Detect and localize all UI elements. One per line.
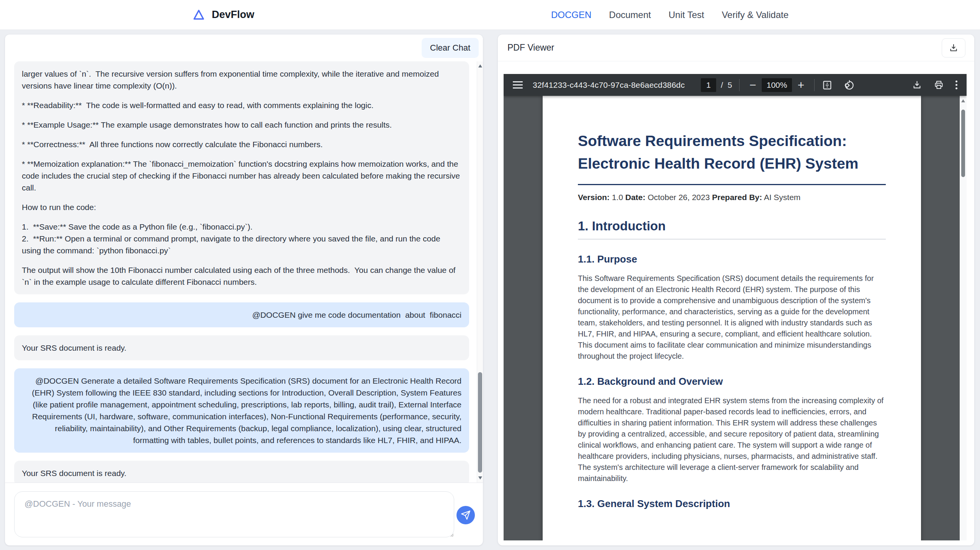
document-title: Software Requirements Specification: Ele… — [578, 130, 886, 185]
page-number-input[interactable]: 1 — [701, 78, 716, 92]
kebab-menu-icon — [955, 79, 957, 91]
meta-prepared-label: Prepared By: — [712, 193, 762, 202]
page-separator: / — [721, 80, 723, 90]
scroll-up-arrow-icon[interactable] — [961, 99, 965, 102]
pdf-viewer-panel: PDF Viewer 32f41233-c443-4c70-97ca-8e6ae… — [498, 34, 974, 545]
scroll-up-arrow-icon[interactable] — [478, 64, 482, 67]
pdf-scrollbar-thumb[interactable] — [961, 110, 965, 177]
zoom-in-button[interactable]: + — [794, 79, 807, 91]
pdf-more-button[interactable] — [955, 79, 957, 91]
nav-item-verify-validate[interactable]: Verify & Validate — [722, 10, 789, 20]
download-pdf-button[interactable] — [942, 38, 965, 57]
subsection-body: This Software Requirements Specification… — [578, 273, 886, 362]
scroll-down-arrow-icon[interactable] — [478, 476, 482, 479]
message-input[interactable] — [14, 491, 454, 537]
send-button[interactable] — [456, 506, 475, 524]
printer-icon — [934, 80, 944, 90]
clear-chat-button[interactable]: Clear Chat — [422, 38, 479, 58]
nav-item-unit-test[interactable]: Unit Test — [669, 10, 704, 20]
message-paragraph: larger values of `n`. The recursive vers… — [22, 68, 461, 92]
message-paragraph: @DOCGEN give me code documentation about… — [22, 309, 461, 321]
chat-scrollbar[interactable] — [477, 61, 483, 483]
pdf-toolbar: 32f41233-c443-4c70-97ca-8e6aecd386dc 1 /… — [504, 74, 967, 96]
message-paragraph: * **Correctness:** All three functions n… — [22, 138, 461, 150]
top-navbar: DevFlow DOCGEN Document Unit Test Verify… — [0, 0, 980, 30]
pdf-menu-button[interactable] — [513, 79, 523, 90]
fit-page-icon — [821, 79, 833, 91]
subsection-heading: 1.3. General System Description — [578, 498, 886, 510]
triangle-logo-icon — [191, 8, 206, 22]
toolbar-divider — [814, 79, 815, 91]
user-message: @DOCGEN Generate a detailed Software Req… — [14, 368, 469, 453]
pdf-page: Software Requirements Specification: Ele… — [543, 96, 921, 540]
subsection-body: The need for a robust and integrated EHR… — [578, 395, 886, 484]
pdf-scroll-area[interactable]: Software Requirements Specification: Ele… — [504, 96, 967, 540]
message-paragraph: Your SRS document is ready. — [22, 342, 461, 354]
rotate-button[interactable] — [843, 79, 854, 91]
subsection-heading: 1.2. Background and Overview — [578, 376, 886, 387]
message-paragraph: The output will show the 10th Fibonacci … — [22, 264, 461, 288]
app-logo[interactable]: DevFlow — [191, 8, 254, 22]
chat-messages-list: larger values of `n`. The recursive vers… — [5, 61, 483, 483]
fit-page-button[interactable] — [821, 79, 833, 91]
subsection-heading: 1.1. Purpose — [578, 253, 886, 265]
section-heading: 1. Introduction — [578, 219, 886, 240]
paper-plane-icon — [461, 510, 471, 520]
download-icon — [912, 80, 922, 90]
message-paragraph: * **Readability:** The code is well-form… — [22, 99, 461, 111]
rotate-icon — [843, 79, 854, 91]
pdf-filename: 32f41233-c443-4c70-97ca-8e6aecd386dc — [533, 80, 685, 90]
meta-date-label: Date: — [625, 193, 646, 202]
zoom-out-button[interactable]: − — [746, 79, 759, 91]
zoom-level[interactable]: 100% — [762, 78, 792, 92]
download-icon — [949, 43, 959, 53]
pdf-panel-title: PDF Viewer — [507, 43, 554, 53]
message-paragraph: * **Memoization explanation:** The `fibo… — [22, 158, 461, 194]
meta-version: 1.0 — [612, 193, 623, 202]
meta-prepared-by: AI System — [764, 193, 801, 202]
pdf-scrollbar[interactable] — [960, 96, 967, 540]
page-count: 5 — [728, 80, 732, 90]
user-message: @DOCGEN give me code documentation about… — [14, 302, 469, 327]
document-meta: Version: 1.0 Date: October 26, 2023 Prep… — [578, 193, 886, 202]
pdf-panel-header: PDF Viewer — [498, 34, 974, 61]
app-logo-text: DevFlow — [212, 9, 254, 21]
assistant-message: larger values of `n`. The recursive vers… — [14, 61, 469, 294]
chat-header: Clear Chat — [5, 34, 483, 61]
meta-version-label: Version: — [578, 193, 610, 202]
message-paragraph: * **Example Usage:** The example usage d… — [22, 119, 461, 131]
chat-input-area — [5, 483, 483, 545]
nav-item-document[interactable]: Document — [609, 10, 651, 20]
pdf-embed: 32f41233-c443-4c70-97ca-8e6aecd386dc 1 /… — [504, 74, 967, 540]
message-paragraph: How to run the code: — [22, 201, 461, 213]
toolbar-divider — [739, 79, 739, 91]
page-controls: 1 / 5 — [701, 78, 732, 92]
pdf-download-button[interactable] — [912, 80, 922, 90]
message-paragraph: 1. **Save:** Save the code as a Python f… — [22, 221, 461, 256]
assistant-message: Your SRS document is ready. — [14, 335, 469, 360]
hamburger-icon — [513, 79, 523, 90]
message-paragraph: Your SRS document is ready. — [22, 467, 461, 479]
pdf-print-button[interactable] — [934, 80, 944, 90]
nav-links: DOCGEN Document Unit Test Verify & Valid… — [551, 10, 789, 20]
message-paragraph: @DOCGEN Generate a detailed Software Req… — [22, 375, 461, 446]
chat-scrollbar-thumb[interactable] — [478, 372, 482, 473]
meta-date: October 26, 2023 — [648, 193, 710, 202]
assistant-message: Your SRS document is ready. — [14, 461, 469, 483]
nav-item-docgen[interactable]: DOCGEN — [551, 10, 591, 20]
chat-panel: Clear Chat larger values of `n`. The rec… — [5, 34, 483, 545]
toolbar-right-actions — [912, 79, 957, 91]
